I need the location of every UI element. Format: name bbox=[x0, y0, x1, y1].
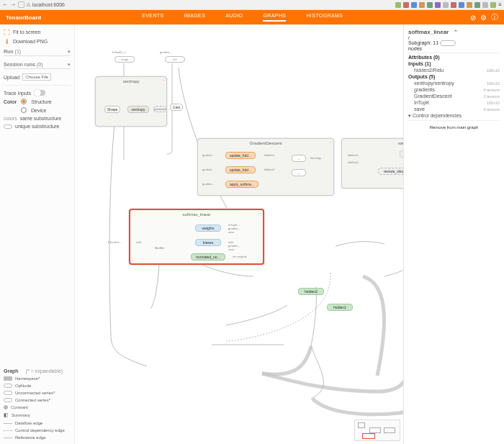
collapse-icon[interactable]: – bbox=[163, 78, 165, 82]
legend-reference: Reference edge bbox=[4, 435, 71, 440]
color-row: Color Structure bbox=[4, 99, 71, 104]
attributes-header: Attributes (0) bbox=[408, 55, 440, 60]
tab-events[interactable]: EVENTS bbox=[142, 13, 163, 22]
cluster-title: save bbox=[342, 141, 403, 145]
node-update1[interactable]: update_hdd... bbox=[225, 152, 256, 159]
node-small[interactable]: ... bbox=[292, 169, 306, 176]
ext-icon[interactable] bbox=[427, 2, 433, 8]
ext-icon[interactable] bbox=[474, 2, 480, 8]
legend-unconnected: Unconnected series* bbox=[4, 391, 71, 395]
ext-icon[interactable] bbox=[419, 2, 425, 8]
node-truncated[interactable]: truncated_no... bbox=[191, 253, 225, 260]
legend-summary: ◧Summary bbox=[4, 412, 71, 418]
node-hidden1[interactable]: hidden1 bbox=[327, 304, 353, 311]
output-item[interactable]: save 4 tensors bbox=[408, 107, 500, 112]
node-biases[interactable]: biases bbox=[195, 239, 221, 246]
download-icon: ⬇ bbox=[4, 38, 10, 45]
node-update2[interactable]: update_hdd... bbox=[225, 166, 256, 173]
ext-icon[interactable] bbox=[395, 2, 401, 8]
output-item[interactable]: InTopK 100x10 bbox=[408, 100, 500, 105]
reload-icon[interactable] bbox=[18, 1, 24, 8]
output-item[interactable]: GradientDescent 2 tensors bbox=[408, 94, 500, 99]
node-apply[interactable]: apply_softma... bbox=[225, 181, 258, 188]
menu-icon[interactable]: ≡ bbox=[498, 1, 502, 8]
ext-icon[interactable] bbox=[459, 2, 464, 8]
color-label: Color bbox=[4, 99, 17, 104]
control-deps[interactable]: ▾ Control dependencies bbox=[408, 113, 500, 119]
node-weights[interactable]: weights bbox=[195, 225, 221, 232]
minimap[interactable] bbox=[354, 420, 400, 441]
tab-audio[interactable]: AUDIO bbox=[225, 13, 243, 22]
subgraph-row: Subgraph: 11 bbox=[408, 40, 500, 46]
legend-namespace: Namespace* bbox=[4, 376, 71, 381]
ext-icon[interactable] bbox=[467, 2, 472, 8]
node-hidden2[interactable]: hidden2 bbox=[298, 288, 324, 295]
inputs-header: Inputs (1) bbox=[408, 61, 500, 66]
cluster-save[interactable]: save – Assign[0-6] restore_slice[0-6] hi… bbox=[341, 138, 403, 189]
graph-canvas[interactable]: range init InTopK(...) gradien... xentro… bbox=[75, 24, 403, 444]
run-select[interactable]: Run (1)▾ bbox=[4, 49, 71, 56]
node-gradients[interactable]: gradients bbox=[153, 106, 166, 112]
remove-from-graph-button[interactable]: Remove from main graph bbox=[408, 123, 500, 132]
tab-histograms[interactable]: HISTOGRAMS bbox=[306, 13, 343, 22]
node-small[interactable]: ... bbox=[292, 155, 306, 162]
tab-images[interactable]: IMAGES bbox=[184, 13, 206, 22]
ext-icon[interactable] bbox=[411, 2, 417, 8]
fit-to-screen[interactable]: ⛶ Fit to screen bbox=[4, 29, 71, 35]
collapse-icon[interactable]: – bbox=[259, 211, 261, 215]
output-item[interactable]: xentropy/xentropy 100x10 bbox=[408, 81, 500, 86]
fit-label: Fit to screen bbox=[13, 30, 41, 35]
node-top1[interactable]: range bbox=[114, 56, 135, 63]
color-structure-radio[interactable] bbox=[21, 99, 27, 104]
nodes-label: nodes bbox=[408, 46, 500, 51]
color-device-radio[interactable] bbox=[21, 107, 27, 113]
home-icon[interactable]: ⌂ bbox=[27, 1, 30, 8]
cluster-xentropy[interactable]: xentropy – Shape xentropy gradients bbox=[95, 76, 167, 127]
color-device-label: Device bbox=[31, 108, 46, 113]
chevron-up-icon[interactable] bbox=[454, 29, 458, 35]
tab-graphs[interactable]: GRAPHS bbox=[263, 13, 286, 22]
node-shape[interactable]: Shape bbox=[104, 106, 120, 113]
legend-control: Control dependency edge bbox=[4, 428, 71, 432]
legend-constant: Constant bbox=[4, 405, 71, 409]
details-title: softmax_linear bbox=[408, 29, 500, 35]
brand-title: TensorBoard bbox=[6, 14, 41, 21]
collapse-icon[interactable]: – bbox=[330, 140, 332, 144]
ext-icon[interactable] bbox=[451, 2, 456, 8]
session-select[interactable]: Session runs (0)▾ bbox=[4, 62, 71, 69]
cluster-softmax[interactable]: softmax_linear – weights biases truncate… bbox=[129, 209, 264, 265]
trace-label: Trace inputs bbox=[4, 91, 31, 96]
color-device-row: Device bbox=[4, 107, 71, 113]
cluster-gradientdescent[interactable]: GradientDescent – update_hdd... update_h… bbox=[197, 138, 334, 196]
help-icon[interactable]: ⓘ bbox=[491, 12, 498, 22]
choose-file-button[interactable]: Choose File bbox=[22, 73, 51, 81]
node-restore[interactable]: restore_slice[0-6] bbox=[378, 168, 403, 175]
trace-inputs-switch[interactable] bbox=[34, 90, 45, 96]
browser-chrome: ← → ⌂ localhost:6006 ≡ bbox=[0, 0, 504, 10]
address-bar[interactable]: localhost:6006 bbox=[32, 2, 90, 7]
details-panel: softmax_linear r Subgraph: 11 nodes Attr… bbox=[403, 24, 504, 444]
output-item[interactable]: gradients 5 tensors bbox=[408, 87, 500, 92]
ext-icon[interactable] bbox=[403, 2, 409, 8]
ext-icon[interactable] bbox=[435, 2, 441, 8]
nav-back-icon[interactable]: ← bbox=[2, 1, 8, 8]
node-cast[interactable]: Cast bbox=[170, 104, 183, 111]
input-item[interactable]: hidden2/Relu 100x10 bbox=[408, 68, 500, 73]
inactive-icon[interactable]: ⊘ bbox=[470, 14, 476, 22]
node-xentropy-inner[interactable]: xentropy bbox=[127, 106, 149, 113]
nav-fwd-icon[interactable]: → bbox=[10, 1, 16, 8]
legend-connected: Connected series* bbox=[4, 398, 71, 402]
sidebar: ⛶ Fit to screen ⬇ Download PNG Run (1)▾ … bbox=[0, 24, 75, 444]
ext-icon[interactable] bbox=[482, 2, 488, 8]
nav-tabs: EVENTS IMAGES AUDIO GRAPHS HISTOGRAMS bbox=[142, 13, 343, 22]
settings-icon[interactable]: ⚙ bbox=[480, 14, 487, 22]
legend-opnode: OpNode bbox=[4, 384, 71, 388]
download-png[interactable]: ⬇ Download PNG bbox=[4, 38, 71, 45]
node-assign[interactable]: Assign[0-6] bbox=[400, 150, 403, 158]
unique-legend-row: unique substructure bbox=[4, 124, 71, 129]
fit-icon: ⛶ bbox=[4, 29, 10, 35]
download-label: Download PNG bbox=[13, 39, 48, 44]
ext-icon[interactable] bbox=[490, 2, 496, 8]
node-top2[interactable]: init bbox=[165, 56, 185, 63]
ext-icon[interactable] bbox=[443, 2, 449, 8]
